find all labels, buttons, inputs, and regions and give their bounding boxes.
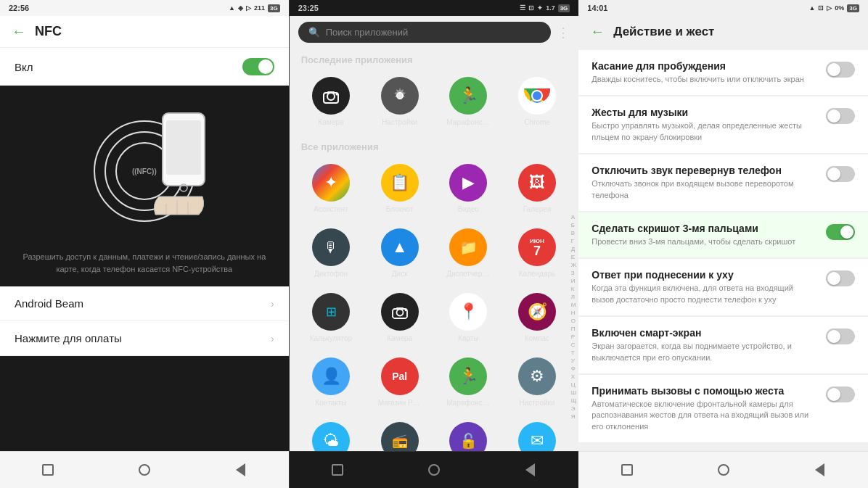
app-disk[interactable]: ▲ Диск [367, 223, 433, 284]
settings-recent-icon [381, 77, 419, 115]
app-dictaphone[interactable]: 🎙 Диктофон [298, 223, 364, 284]
app-palstore[interactable]: Pal Магазин Pal... [367, 352, 433, 413]
search-placeholder: Поиск приложений [326, 27, 409, 38]
marathon-recent-label: Марафонска... [446, 118, 490, 127]
app-settings2[interactable]: ⚙ Настройки [504, 352, 570, 413]
status-icons-3: ▲ ⊡ ▷ 0% 3G [808, 4, 859, 12]
maps-label: Карты [458, 334, 479, 343]
search-bar[interactable]: 🔍 Поиск приложений [298, 22, 552, 43]
gesture-item-desc-1: Быстро управлять музыкой, делая определе… [591, 120, 817, 143]
nav-home-btn-1[interactable] [130, 459, 159, 481]
marathon-recent-icon: 🏃 [449, 77, 487, 115]
calendar-icon: ИЮН 7 [518, 228, 556, 266]
app-dispatcher[interactable]: 📁 Диспетчер ф... [435, 223, 501, 284]
notepad-icon: 📋 [381, 164, 419, 202]
app-compass[interactable]: 🧭 Компас [504, 287, 570, 349]
contacts-label: Контакты [315, 399, 346, 408]
assistant-icon: ✦ [312, 164, 350, 202]
gesture-toggle-4[interactable] [826, 270, 855, 286]
nav-back-icon-1 [236, 463, 245, 476]
app-marathon-recent[interactable]: 🏃 Марафонска... [435, 71, 501, 133]
gesture-item-text-2: Отключить звук перевернув телефон Отключ… [591, 165, 817, 201]
app-gallery[interactable]: 🖼 Галерея [504, 158, 570, 220]
nfc-back-button[interactable]: ← [12, 23, 26, 40]
recent-apps-grid: Камера Настройки 🏃 Марафонска... [290, 68, 579, 136]
app-calculator[interactable]: ⊞ Калькулятор [298, 287, 364, 349]
gesture-item-text-4: Ответ при поднесении к уху Когда эта фун… [591, 269, 817, 305]
app-notepad[interactable]: 📋 Блокнот [367, 158, 433, 220]
nav-back-icon-3 [815, 463, 824, 476]
nfc-phone-svg [144, 109, 210, 218]
app-video[interactable]: ▶ Видео [435, 158, 501, 220]
app-unlock[interactable]: 🔓 разблокиро... [435, 416, 501, 451]
nav-home-btn-3[interactable] [709, 459, 738, 481]
gesture-toggle-6[interactable] [826, 386, 855, 402]
app-contacts[interactable]: 👤 Контакты [298, 352, 364, 413]
gesture-toggle-1[interactable] [826, 108, 855, 124]
gesture-toggle-0[interactable] [826, 62, 855, 78]
app-calendar[interactable]: ИЮН 7 Календарь [504, 223, 570, 284]
app-weather[interactable]: 🌤 Погода [298, 416, 364, 451]
svg-point-11 [398, 94, 402, 98]
gesture-item-desc-3: Провести вниз 3-мя пальцами, чтобы сдела… [591, 236, 817, 247]
nav-home-btn-2[interactable] [419, 459, 449, 481]
nfc-illustration: ((NFC)) [0, 91, 289, 251]
nav-square-btn-2[interactable] [323, 459, 352, 481]
gesture-item-4[interactable]: Ответ при поднесении к уху Когда эта фун… [578, 259, 868, 316]
gesture-item-6[interactable]: Принимать вызовы с помощью жеста Автомат… [578, 375, 868, 443]
nfc-toggle-switch[interactable] [242, 58, 274, 75]
gesture-toggle-2[interactable] [826, 166, 855, 182]
status-bar-2: 23:25 ☰ ⊡ ✦ 1.7 3G [290, 0, 579, 16]
app-chrome-recent[interactable]: Chrome [504, 71, 570, 133]
gesture-item-name-0: Касание для пробуждения [591, 60, 817, 72]
status-bar-3: 14:01 ▲ ⊡ ▷ 0% 3G [578, 0, 868, 16]
alphabet-sidebar[interactable]: А Б В Г Д Е Ж З И К Л М Н О П Р С Т У Ф … [569, 213, 579, 421]
gesture-item-0[interactable]: Касание для пробуждения Дважды коснитесь… [578, 50, 868, 96]
nfc-toggle-label: Вкл [15, 61, 33, 73]
app-marathon2[interactable]: 🏃 Марафонска... [435, 352, 501, 413]
payment-item[interactable]: Нажмите для оплаты › [0, 321, 289, 356]
search-icon: 🔍 [308, 27, 320, 38]
nav-home-icon-1 [139, 464, 150, 476]
recent-apps-label: Последние приложения [290, 49, 579, 68]
app-camera2[interactable]: Камера [367, 287, 433, 349]
gesture-item-2[interactable]: Отключить звук перевернув телефон Отключ… [578, 154, 868, 212]
app-settings-recent[interactable]: Настройки [367, 71, 433, 133]
unlock-icon: 🔓 [449, 422, 487, 451]
nav-back-btn-3[interactable] [806, 459, 835, 481]
gesture-header: ← Действие и жест [578, 16, 868, 47]
nav-back-btn-1[interactable] [226, 459, 255, 481]
gesture-item-name-4: Ответ при поднесении к уху [591, 269, 817, 281]
app-radio[interactable]: 📻 Радио [367, 416, 433, 451]
status-icons-1: ▲ ◈ ▷ 211 3G [229, 4, 280, 12]
svg-point-9 [336, 94, 338, 96]
nav-square-icon-3 [621, 464, 633, 476]
gesture-item-1[interactable]: Жесты для музыки Быстро управлять музыко… [578, 96, 868, 154]
gesture-back-button[interactable]: ← [590, 23, 605, 40]
search-bar-row: 🔍 Поиск приложений ⋮ [290, 16, 579, 49]
camera-recent-label: Камера [319, 118, 344, 127]
gesture-toggle-5[interactable] [826, 328, 855, 344]
app-assistant[interactable]: ✦ Ассистент [298, 158, 364, 220]
gesture-item-name-1: Жесты для музыки [591, 107, 817, 118]
compass-icon: 🧭 [518, 293, 556, 331]
app-messages[interactable]: ✉ Сообщения [504, 416, 570, 451]
status-time-2: 23:25 [298, 4, 319, 12]
nav-square-btn-1[interactable] [33, 459, 62, 481]
messages-icon: ✉ [518, 422, 556, 451]
nfc-description: Разрешить доступ к данным, платежи и чте… [0, 251, 289, 286]
app-maps[interactable]: 📍 Карты [435, 287, 501, 349]
nav-back-btn-2[interactable] [516, 459, 545, 481]
app-camera-recent[interactable]: Камера [298, 71, 364, 133]
camera-icon [312, 77, 350, 115]
nav-square-btn-3[interactable] [613, 459, 642, 481]
svg-point-15 [533, 91, 541, 100]
settings-recent-label: Настройки [382, 118, 417, 127]
more-menu-button[interactable]: ⋮ [557, 25, 570, 41]
android-beam-item[interactable]: Android Beam › [0, 286, 289, 321]
gesture-item-5[interactable]: Включен смарт-экран Экран загорается, ко… [578, 317, 868, 374]
gesture-item-3[interactable]: Сделать скришот 3-мя пальцами Провести в… [578, 212, 868, 258]
svg-point-16 [396, 310, 403, 316]
gesture-toggle-3[interactable] [826, 224, 855, 240]
gesture-item-text-6: Принимать вызовы с помощью жеста Автомат… [591, 385, 817, 432]
